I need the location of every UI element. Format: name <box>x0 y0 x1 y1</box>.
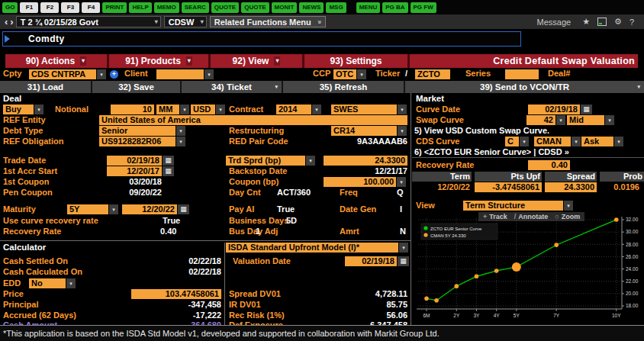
panels-icon[interactable] <box>597 18 607 26</box>
refresh-button[interactable]: 35) Refresh <box>283 81 405 93</box>
f4-key[interactable]: F4 <box>82 2 100 13</box>
cds-curve-source-field[interactable]: CMAN <box>534 137 571 146</box>
ticker-field[interactable]: ZCTO <box>415 69 450 79</box>
send-vcon-button[interactable]: 39) Send to VCON/TR▾ <box>405 81 644 93</box>
cds-curve-code-field[interactable]: C <box>505 137 519 146</box>
valuation-date-field[interactable]: 02/19/18 <box>345 256 397 266</box>
dropdown-arrow-icon[interactable]: ▾ <box>605 115 614 125</box>
model-selector[interactable]: ISDA Standard Upfront Model (I)* <box>226 243 398 253</box>
dropdown-arrow-icon[interactable]: ▾ <box>614 137 623 146</box>
f2-key[interactable]: F2 <box>40 2 59 13</box>
command-input[interactable]: Comdty <box>2 31 521 47</box>
related-functions-menu[interactable]: Related Functions Menu » <box>210 16 326 27</box>
menu-actions[interactable]: 90) Actions ▾ <box>5 54 109 68</box>
cash-settled-value: 02/22/18 <box>153 256 221 266</box>
menu-key[interactable]: MENU <box>356 2 381 13</box>
use-curve-label: Use curve recovery rate <box>3 216 98 226</box>
search-key[interactable]: SEARC <box>182 2 209 13</box>
print-key[interactable]: PRINT <box>102 2 127 13</box>
go-key[interactable]: GO <box>2 2 18 13</box>
dropdown-arrow-icon[interactable]: ▾ <box>399 243 408 253</box>
page-back-key[interactable]: PG BA <box>382 2 407 13</box>
ref-obligation-field[interactable]: US9128282R06 <box>99 137 175 146</box>
edd-field[interactable]: No <box>29 278 66 288</box>
cpty-label: Cpty <box>3 69 21 79</box>
dropdown-arrow-icon[interactable]: ▾ <box>180 105 189 114</box>
cpty-field[interactable]: CDS CNTRPA <box>29 69 96 79</box>
settings-gear-icon[interactable]: ⚙ <box>614 17 622 27</box>
dropdown-arrow-icon[interactable]: ▾ <box>312 105 321 114</box>
ref-entity-field[interactable]: United States of America <box>99 115 407 125</box>
back-arrow-icon[interactable]: ‹ <box>5 16 8 27</box>
ticker-slash: / <box>405 69 407 79</box>
debt-type-field[interactable]: Senior <box>99 126 175 136</box>
dropdown-arrow-icon[interactable]: ▾ <box>66 278 76 288</box>
calendar-icon[interactable]: ▦ <box>581 105 592 114</box>
dropdown-arrow-icon[interactable]: ▾ <box>357 69 366 79</box>
security-selector[interactable]: T 2 ¾ 02/15/28 Govt ▾ <box>16 16 161 27</box>
memo-key[interactable]: MEMO <box>154 2 179 13</box>
ticket-button[interactable]: 34) Ticket▾ <box>182 81 283 93</box>
quote-key[interactable]: QUOTE <box>211 2 239 13</box>
swap-curve-number-field[interactable]: 42 <box>526 115 555 125</box>
menu-settings[interactable]: 93) Settings <box>304 54 410 68</box>
currency-field[interactable]: USD <box>191 105 215 114</box>
calendar-icon[interactable]: ▦ <box>398 256 409 266</box>
swap-curve-side-field[interactable]: Mid <box>567 115 604 125</box>
menu-view[interactable]: 92) View ▾ <box>211 54 304 68</box>
view-swap-curve-link[interactable]: 5) View USD Custom Swap Curve. <box>414 126 549 136</box>
screen-title: Credit Default Swap Valuation <box>493 54 635 68</box>
client-field[interactable] <box>156 69 204 79</box>
dropdown-arrow-icon[interactable]: ▾ <box>556 115 565 125</box>
counterparty-row: Cpty CDS CNTRPA ▾ + Client ▾ CCP OTC ▾ T… <box>0 69 644 80</box>
dropdown-arrow-icon[interactable]: ▾ <box>97 69 106 79</box>
news-key[interactable]: NEWS <box>299 2 324 13</box>
dropdown-arrow-icon[interactable]: ▾ <box>216 105 225 114</box>
series-label: Series <box>465 69 491 79</box>
dropdown-arrow-icon[interactable]: ▾ <box>520 137 529 146</box>
f1-key[interactable]: F1 <box>20 2 38 13</box>
notional-unit-field[interactable]: MM <box>156 105 179 114</box>
forward-arrow-icon[interactable]: › <box>10 16 13 27</box>
favorites-star-icon[interactable]: ★ <box>582 17 590 27</box>
price-field[interactable]: 103.47458061 <box>131 289 221 299</box>
series-field[interactable] <box>505 69 539 79</box>
message-link[interactable]: Message <box>536 18 571 27</box>
cds-curve-side-field[interactable]: Ask <box>581 137 613 146</box>
notional-field[interactable]: 10 <box>111 105 154 114</box>
menu-products[interactable]: 91) Products ▾ <box>109 54 211 68</box>
ccp-field[interactable]: OTC <box>333 69 356 79</box>
dropdown-arrow-icon[interactable]: ▾ <box>176 126 185 136</box>
msg-key[interactable]: MSG <box>326 2 346 13</box>
contract-type-field[interactable]: SWES <box>331 105 397 114</box>
dropdown-arrow-icon[interactable]: ▾ <box>572 137 581 146</box>
function-selector[interactable]: CDSW ▾ <box>164 16 207 27</box>
dropdown-arrow-icon[interactable]: ▾ <box>109 204 118 214</box>
principal-label: Principal <box>3 300 38 310</box>
dropdown-arrow-icon[interactable]: ▾ <box>34 105 43 114</box>
page-fwd-key[interactable]: PG FW <box>411 2 436 13</box>
help-icon[interactable]: ? <box>630 18 634 27</box>
help-key[interactable]: HELP <box>129 2 151 13</box>
dropdown-arrow-icon[interactable]: ▾ <box>204 69 214 79</box>
f3-key[interactable]: F3 <box>61 2 79 13</box>
quote2-key[interactable]: QUOTE <box>241 2 269 13</box>
maturity-label: Maturity <box>3 204 36 214</box>
dropdown-arrow-icon[interactable]: ▾ <box>176 137 185 146</box>
calendar-icon[interactable]: ▦ <box>178 204 189 214</box>
maturity-tenor-field[interactable]: 5Y <box>67 204 108 214</box>
load-button[interactable]: 31) Load <box>0 81 92 93</box>
restructuring-field[interactable]: CR14 <box>331 126 397 136</box>
dropdown-arrow-icon[interactable]: ▾ <box>398 105 407 114</box>
footer-text: *This application is based on the ISDA S… <box>3 329 440 338</box>
save-button[interactable]: 32) Save <box>92 81 182 93</box>
curve-date-field[interactable]: 02/19/18 <box>528 105 580 114</box>
monitor-key[interactable]: MONIT <box>272 2 298 13</box>
amrt-label: Amrt <box>340 227 359 236</box>
add-counterparty-icon[interactable]: + <box>110 70 118 79</box>
dropdown-arrow-icon[interactable]: ▾ <box>398 126 407 136</box>
buy-sell-field[interactable]: Buy <box>3 105 34 114</box>
function-code: CDSW <box>169 18 195 27</box>
contract-year-field[interactable]: 2014 <box>276 105 311 114</box>
maturity-date-field[interactable]: 12/20/22 <box>122 204 177 214</box>
